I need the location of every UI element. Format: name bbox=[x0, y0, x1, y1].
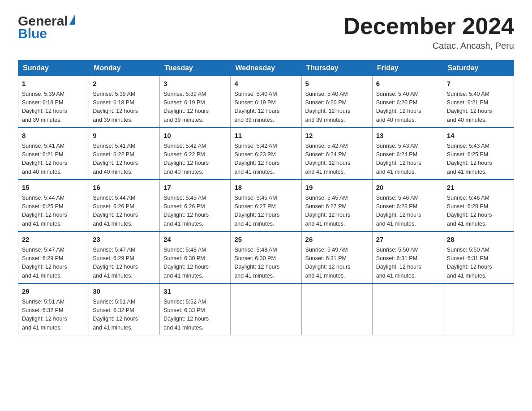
cell-content: Sunrise: 5:42 AMSunset: 6:23 PMDaylight:… bbox=[234, 142, 297, 177]
column-header-wednesday: Wednesday bbox=[231, 60, 301, 76]
logo: General Blue bbox=[18, 13, 75, 41]
page-header: General Blue December 2024 Catac, Ancash… bbox=[18, 13, 514, 51]
location-subtitle: Catac, Ancash, Peru bbox=[343, 41, 514, 51]
calendar-week-row: 22Sunrise: 5:47 AMSunset: 6:29 PMDayligh… bbox=[18, 231, 514, 283]
cell-content: Sunrise: 5:50 AMSunset: 6:31 PMDaylight:… bbox=[447, 246, 510, 281]
calendar-cell: 15Sunrise: 5:44 AMSunset: 6:25 PMDayligh… bbox=[18, 180, 89, 231]
calendar-cell: 27Sunrise: 5:50 AMSunset: 6:31 PMDayligh… bbox=[372, 231, 443, 283]
day-number: 16 bbox=[93, 183, 156, 193]
cell-content: Sunrise: 5:39 AMSunset: 6:18 PMDaylight:… bbox=[93, 90, 156, 125]
cell-content: Sunrise: 5:43 AMSunset: 6:25 PMDaylight:… bbox=[447, 142, 510, 177]
cell-content: Sunrise: 5:45 AMSunset: 6:27 PMDaylight:… bbox=[234, 194, 297, 229]
cell-content: Sunrise: 5:39 AMSunset: 6:19 PMDaylight:… bbox=[163, 90, 227, 125]
cell-content: Sunrise: 5:48 AMSunset: 6:30 PMDaylight:… bbox=[163, 246, 227, 281]
cell-content: Sunrise: 5:41 AMSunset: 6:22 PMDaylight:… bbox=[93, 142, 156, 177]
month-title: December 2024 bbox=[343, 13, 514, 39]
day-number: 17 bbox=[163, 183, 227, 193]
calendar-cell: 31Sunrise: 5:52 AMSunset: 6:33 PMDayligh… bbox=[160, 283, 231, 335]
cell-content: Sunrise: 5:44 AMSunset: 6:26 PMDaylight:… bbox=[93, 194, 156, 229]
cell-content: Sunrise: 5:46 AMSunset: 6:28 PMDaylight:… bbox=[376, 194, 439, 229]
calendar-cell: 28Sunrise: 5:50 AMSunset: 6:31 PMDayligh… bbox=[443, 231, 514, 283]
day-number: 12 bbox=[305, 131, 369, 141]
day-number: 25 bbox=[234, 235, 297, 245]
calendar-cell: 30Sunrise: 5:51 AMSunset: 6:32 PMDayligh… bbox=[89, 283, 160, 335]
day-number: 24 bbox=[163, 235, 227, 245]
calendar-cell bbox=[443, 283, 514, 335]
calendar-cell bbox=[231, 283, 301, 335]
day-number: 8 bbox=[22, 131, 85, 141]
cell-content: Sunrise: 5:49 AMSunset: 6:31 PMDaylight:… bbox=[305, 246, 369, 281]
logo-blue-text: Blue bbox=[18, 26, 47, 41]
cell-content: Sunrise: 5:51 AMSunset: 6:32 PMDaylight:… bbox=[93, 298, 156, 333]
cell-content: Sunrise: 5:45 AMSunset: 6:26 PMDaylight:… bbox=[163, 194, 227, 229]
calendar-table: SundayMondayTuesdayWednesdayThursdayFrid… bbox=[18, 60, 514, 335]
day-number: 23 bbox=[93, 235, 156, 245]
calendar-cell: 21Sunrise: 5:46 AMSunset: 6:28 PMDayligh… bbox=[443, 180, 514, 231]
calendar-week-row: 8Sunrise: 5:41 AMSunset: 6:21 PMDaylight… bbox=[18, 128, 514, 180]
day-number: 20 bbox=[376, 183, 439, 193]
day-number: 6 bbox=[376, 79, 439, 89]
cell-content: Sunrise: 5:40 AMSunset: 6:20 PMDaylight:… bbox=[305, 90, 369, 125]
calendar-cell: 1Sunrise: 5:39 AMSunset: 6:18 PMDaylight… bbox=[18, 76, 89, 128]
calendar-cell: 29Sunrise: 5:51 AMSunset: 6:32 PMDayligh… bbox=[18, 283, 89, 335]
column-header-saturday: Saturday bbox=[443, 60, 514, 76]
cell-content: Sunrise: 5:42 AMSunset: 6:22 PMDaylight:… bbox=[163, 142, 227, 177]
day-number: 7 bbox=[447, 79, 510, 89]
calendar-cell: 11Sunrise: 5:42 AMSunset: 6:23 PMDayligh… bbox=[231, 128, 301, 180]
column-header-thursday: Thursday bbox=[301, 60, 372, 76]
calendar-cell: 17Sunrise: 5:45 AMSunset: 6:26 PMDayligh… bbox=[160, 180, 231, 231]
day-number: 2 bbox=[93, 79, 156, 89]
day-number: 29 bbox=[22, 287, 85, 297]
cell-content: Sunrise: 5:46 AMSunset: 6:28 PMDaylight:… bbox=[447, 194, 510, 229]
day-number: 15 bbox=[22, 183, 85, 193]
cell-content: Sunrise: 5:40 AMSunset: 6:20 PMDaylight:… bbox=[376, 90, 439, 125]
calendar-cell: 4Sunrise: 5:40 AMSunset: 6:19 PMDaylight… bbox=[231, 76, 301, 128]
calendar-cell: 6Sunrise: 5:40 AMSunset: 6:20 PMDaylight… bbox=[372, 76, 443, 128]
day-number: 11 bbox=[234, 131, 297, 141]
day-number: 9 bbox=[93, 131, 156, 141]
day-number: 13 bbox=[376, 131, 439, 141]
calendar-cell: 23Sunrise: 5:47 AMSunset: 6:29 PMDayligh… bbox=[89, 231, 160, 283]
calendar-cell: 7Sunrise: 5:40 AMSunset: 6:21 PMDaylight… bbox=[443, 76, 514, 128]
day-number: 19 bbox=[305, 183, 369, 193]
calendar-week-row: 15Sunrise: 5:44 AMSunset: 6:25 PMDayligh… bbox=[18, 180, 514, 231]
calendar-cell: 3Sunrise: 5:39 AMSunset: 6:19 PMDaylight… bbox=[160, 76, 231, 128]
calendar-cell: 5Sunrise: 5:40 AMSunset: 6:20 PMDaylight… bbox=[301, 76, 372, 128]
cell-content: Sunrise: 5:39 AMSunset: 6:18 PMDaylight:… bbox=[22, 90, 85, 125]
column-header-monday: Monday bbox=[89, 60, 160, 76]
cell-content: Sunrise: 5:47 AMSunset: 6:29 PMDaylight:… bbox=[93, 246, 156, 281]
day-number: 21 bbox=[447, 183, 510, 193]
calendar-cell bbox=[372, 283, 443, 335]
calendar-cell: 25Sunrise: 5:48 AMSunset: 6:30 PMDayligh… bbox=[231, 231, 301, 283]
cell-content: Sunrise: 5:45 AMSunset: 6:27 PMDaylight:… bbox=[305, 194, 369, 229]
day-number: 26 bbox=[305, 235, 369, 245]
day-number: 14 bbox=[447, 131, 510, 141]
title-area: December 2024 Catac, Ancash, Peru bbox=[343, 13, 514, 51]
calendar-cell: 26Sunrise: 5:49 AMSunset: 6:31 PMDayligh… bbox=[301, 231, 372, 283]
logo-triangle-icon bbox=[69, 15, 75, 25]
calendar-cell: 8Sunrise: 5:41 AMSunset: 6:21 PMDaylight… bbox=[18, 128, 89, 180]
calendar-week-row: 1Sunrise: 5:39 AMSunset: 6:18 PMDaylight… bbox=[18, 76, 514, 128]
day-number: 28 bbox=[447, 235, 510, 245]
day-number: 31 bbox=[163, 287, 227, 297]
day-number: 18 bbox=[234, 183, 297, 193]
day-number: 4 bbox=[234, 79, 297, 89]
cell-content: Sunrise: 5:47 AMSunset: 6:29 PMDaylight:… bbox=[22, 246, 85, 281]
cell-content: Sunrise: 5:52 AMSunset: 6:33 PMDaylight:… bbox=[163, 298, 227, 333]
calendar-cell: 20Sunrise: 5:46 AMSunset: 6:28 PMDayligh… bbox=[372, 180, 443, 231]
day-number: 5 bbox=[305, 79, 369, 89]
calendar-cell: 22Sunrise: 5:47 AMSunset: 6:29 PMDayligh… bbox=[18, 231, 89, 283]
calendar-cell: 19Sunrise: 5:45 AMSunset: 6:27 PMDayligh… bbox=[301, 180, 372, 231]
day-number: 3 bbox=[163, 79, 227, 89]
cell-content: Sunrise: 5:40 AMSunset: 6:19 PMDaylight:… bbox=[234, 90, 297, 125]
column-header-tuesday: Tuesday bbox=[160, 60, 231, 76]
day-number: 27 bbox=[376, 235, 439, 245]
calendar-cell: 2Sunrise: 5:39 AMSunset: 6:18 PMDaylight… bbox=[89, 76, 160, 128]
day-number: 1 bbox=[22, 79, 85, 89]
cell-content: Sunrise: 5:51 AMSunset: 6:32 PMDaylight:… bbox=[22, 298, 85, 333]
day-number: 22 bbox=[22, 235, 85, 245]
calendar-cell: 14Sunrise: 5:43 AMSunset: 6:25 PMDayligh… bbox=[443, 128, 514, 180]
calendar-cell: 13Sunrise: 5:43 AMSunset: 6:24 PMDayligh… bbox=[372, 128, 443, 180]
calendar-cell bbox=[301, 283, 372, 335]
column-header-friday: Friday bbox=[372, 60, 443, 76]
